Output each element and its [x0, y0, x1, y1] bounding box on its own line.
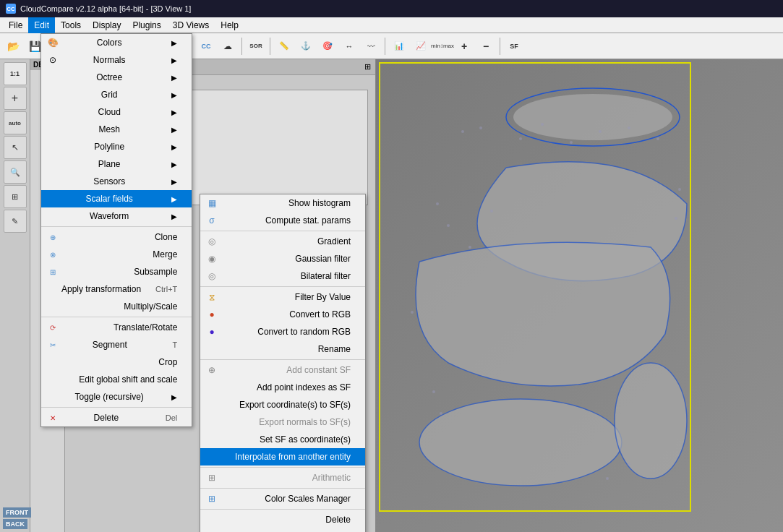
tb-minus-btn[interactable]: −: [476, 36, 496, 56]
sf-set-coordinate-label: Set SF as coordinate(s): [260, 434, 351, 445]
tb-graph2[interactable]: 📈: [411, 36, 431, 56]
nav-zoom[interactable]: 🔍: [4, 160, 27, 184]
sf-gradient[interactable]: ◎ Gradient: [200, 233, 365, 250]
nav-plus[interactable]: +: [4, 87, 27, 110]
edit-sensors[interactable]: Sensors ▶: [41, 173, 192, 190]
edit-polyline-label: Polyline: [94, 142, 124, 152]
sf-set-coordinate[interactable]: Set SF as coordinate(s): [200, 431, 365, 448]
tb-waves[interactable]: 〰: [361, 36, 381, 56]
nav-edit2[interactable]: ✎: [4, 210, 27, 233]
svg-point-11: [628, 126, 630, 129]
edit-waveform[interactable]: Waveform ▶: [41, 207, 192, 225]
edit-subsample[interactable]: ⊞ Subsample: [41, 263, 192, 280]
sensors-arrow: ▶: [171, 178, 177, 186]
nav-layers[interactable]: ⊞: [4, 185, 27, 208]
edit-multiply-scale[interactable]: Multiply/Scale: [41, 298, 192, 315]
edit-plane[interactable]: Plane ▶: [41, 155, 192, 173]
edit-normals[interactable]: ⊙ Normals ▶: [41, 51, 192, 69]
sf-color-scales-manager-label: Color Scales Manager: [265, 494, 351, 504]
sf-export-coordinates[interactable]: Export coordinate(s) to SF(s): [200, 396, 365, 413]
tb-min-max[interactable]: min↕max: [432, 36, 453, 56]
sf-delete[interactable]: Delete: [200, 511, 365, 528]
sf-convert-random-rgb[interactable]: ● Convert to random RGB: [200, 323, 365, 340]
edit-delete-label: Delete: [94, 413, 119, 423]
edit-toggle-recursive[interactable]: Toggle (recursive) ▶: [41, 388, 192, 406]
grid-icon: [47, 89, 59, 100]
edit-segment[interactable]: ✂ Segment T: [41, 336, 192, 353]
sf-convert-rgb[interactable]: ● Convert to RGB: [200, 306, 365, 323]
edit-global-shift[interactable]: Edit global shift and scale: [41, 371, 192, 388]
convert-random-rgb-icon: ●: [206, 326, 218, 338]
sf-interpolate[interactable]: Interpolate from another entity: [200, 448, 365, 466]
menu-help[interactable]: Help: [215, 17, 244, 33]
tb-arrow[interactable]: ↔: [339, 36, 359, 56]
edit-subsample-label: Subsample: [134, 267, 177, 277]
menu-file[interactable]: File: [3, 17, 28, 33]
sf-compute-stat[interactable]: σ Compute stat. params: [200, 212, 365, 229]
menu-tools[interactable]: Tools: [55, 17, 87, 33]
tb-open[interactable]: 📂: [3, 36, 23, 56]
plane-icon: [47, 158, 59, 170]
menu-edit[interactable]: Edit: [28, 17, 55, 33]
3d-view[interactable]: [376, 59, 783, 532]
edit-merge[interactable]: ⊗ Merge: [41, 246, 192, 263]
apply-transform-icon: [47, 283, 59, 295]
edit-cloud[interactable]: Cloud ▶: [41, 103, 192, 121]
menu-bar: File Edit Tools Display Plugins 3D Views…: [0, 17, 783, 33]
edit-octree[interactable]: Octree ▶: [41, 69, 192, 86]
edit-translate-rotate[interactable]: ⟳ Translate/Rotate: [41, 319, 192, 336]
sf-delete-icon: [206, 514, 218, 525]
waveform-arrow: ▶: [171, 213, 177, 220]
edit-apply-transformation[interactable]: Apply transformation Ctrl+T: [41, 280, 192, 298]
nav-mouse[interactable]: ↖: [4, 136, 27, 159]
apply-transformation-shortcut: Ctrl+T: [155, 285, 177, 293]
menu-plugins[interactable]: Plugins: [127, 17, 166, 33]
sf-rename[interactable]: Rename: [200, 340, 365, 358]
nav-1-1[interactable]: 1:1: [4, 62, 27, 85]
sf-add-point-indexes[interactable]: Add point indexes as SF: [200, 379, 365, 396]
toggle-recursive-icon: [47, 391, 59, 403]
menu-3dviews[interactable]: 3D Views: [167, 17, 215, 33]
tb-anchor[interactable]: ⚓: [296, 36, 316, 56]
tb-sf[interactable]: SF: [504, 36, 524, 56]
filter-by-value-icon: ⧖: [206, 291, 218, 303]
tb-plus-btn[interactable]: +: [454, 36, 474, 56]
sf-convert-rgb-label: Convert to RGB: [289, 309, 351, 319]
add-constant-icon: ⊕: [206, 364, 218, 376]
tb-target[interactable]: 🎯: [317, 36, 338, 56]
sf-bilateral-filter[interactable]: ◎ Bilateral filter: [200, 267, 365, 285]
edit-polyline[interactable]: Polyline ▶: [41, 138, 192, 155]
plane-arrow: ▶: [171, 160, 177, 168]
edit-scalar-fields[interactable]: Scalar fields ▶: [41, 190, 192, 207]
sf-color-scales-manager[interactable]: ⊞ Color Scales Manager: [200, 490, 365, 507]
grid-arrow: ▶: [171, 91, 177, 99]
menu-display[interactable]: Display: [87, 17, 127, 33]
segment-icon: ✂: [47, 339, 59, 351]
tb-cloud2[interactable]: ☁: [218, 36, 238, 56]
tb-ruler[interactable]: 📏: [274, 36, 294, 56]
sf-convert-random-rgb-label: Convert to random RGB: [257, 327, 351, 337]
nav-auto[interactable]: auto: [4, 111, 27, 134]
sf-gaussian-filter[interactable]: ◉ Gaussian filter: [200, 250, 365, 267]
sf-sep-6: [200, 509, 365, 510]
edit-clone[interactable]: ⊕ Clone: [41, 228, 192, 246]
svg-point-8: [541, 123, 544, 126]
scalar-fields-arrow: ▶: [171, 195, 177, 203]
sf-filter-by-value[interactable]: ⧖ Filter By Value: [200, 288, 365, 306]
sf-export-normals-label: Export normals to SF(s): [259, 417, 351, 427]
sf-delete-all[interactable]: Delete all (!): [200, 528, 365, 532]
edit-crop[interactable]: Crop: [41, 353, 192, 371]
sf-show-histogram[interactable]: ▦ Show histogram: [200, 194, 365, 212]
edit-delete[interactable]: ✕ Delete Del: [41, 409, 192, 426]
edit-grid[interactable]: Grid ▶: [41, 86, 192, 103]
3d-view-inner: [376, 59, 783, 532]
view-panel-expand[interactable]: ⊞: [364, 62, 371, 72]
tb-chart[interactable]: 📊: [389, 36, 409, 56]
tb-sor[interactable]: SOR: [246, 36, 266, 56]
edit-mesh[interactable]: Mesh ▶: [41, 121, 192, 138]
tb-cc-logo[interactable]: CC: [196, 36, 216, 56]
sf-gaussian-filter-label: Gaussian filter: [295, 254, 351, 264]
edit-colors[interactable]: 🎨 Colors ▶: [41, 34, 192, 51]
translate-rotate-icon: ⟳: [47, 322, 59, 333]
polyline-arrow: ▶: [171, 143, 177, 151]
